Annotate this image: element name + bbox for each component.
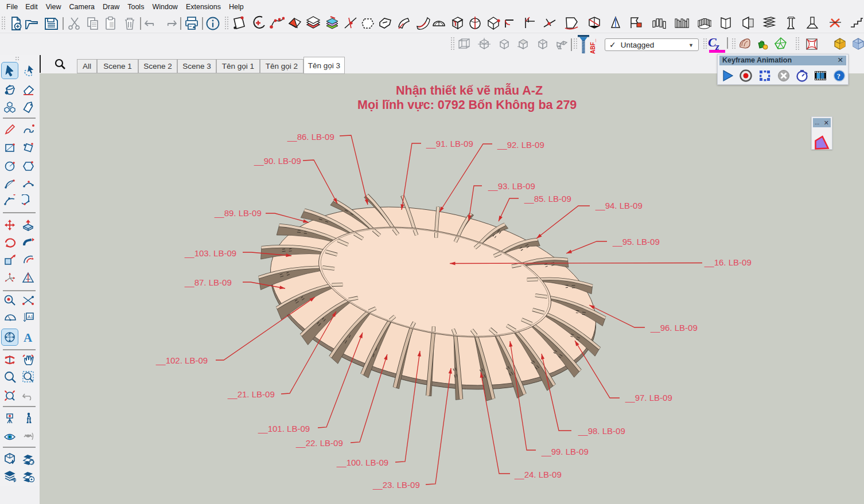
- svg-text:A: A: [24, 331, 33, 343]
- svg-text:ABF_: ABF_: [590, 38, 596, 54]
- svg-text:?: ?: [837, 72, 841, 80]
- svg-text:A1: A1: [28, 314, 33, 319]
